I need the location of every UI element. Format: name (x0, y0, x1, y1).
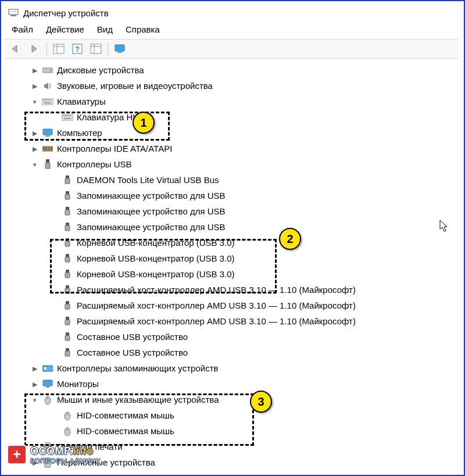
svg-rect-40 (66, 176, 69, 178)
svg-rect-63 (65, 351, 70, 356)
tree-label: Расширяемый хост-контроллер AMD USB 3.10… (77, 282, 356, 298)
tree-label: Мониторы (57, 377, 99, 392)
svg-rect-19 (45, 99, 46, 101)
svg-rect-50 (66, 254, 69, 257)
svg-rect-44 (66, 207, 69, 210)
expand-icon[interactable]: ▶ (30, 455, 40, 470)
svg-rect-41 (65, 178, 70, 184)
menu-help[interactable]: Справка (126, 24, 160, 34)
svg-rect-61 (65, 335, 70, 341)
tree-item-monitors[interactable]: ▶ Мониторы (5, 376, 458, 392)
tree-label: HID-совместимая мышь (77, 424, 174, 439)
expand-icon[interactable]: ▶ (30, 141, 40, 156)
monitor-icon (42, 378, 53, 390)
svg-rect-37 (51, 148, 52, 150)
tree-item-usb[interactable]: Расширяемый хост-контроллер AMD USB 3.10… (5, 313, 458, 329)
forward-icon[interactable] (28, 42, 42, 56)
tree-label: Клавиатуры (57, 94, 106, 109)
tree-item-usb[interactable]: Корневой USB-концентратор (USB 3.0) (5, 235, 458, 250)
tree-item-usb[interactable]: Корневой USB-концентратор (USB 3.0) (5, 266, 458, 282)
svg-text:?: ? (75, 45, 80, 53)
tree-label: Составное USB устройство (77, 345, 188, 360)
tree-item-usb[interactable]: Расширяемый хост-контроллер AMD USB 3.10… (5, 298, 458, 313)
tree-item-mouse[interactable]: HID-совместимая мышь (5, 423, 458, 439)
tree-item-usb[interactable]: Составное USB устройство (5, 345, 458, 360)
svg-rect-66 (43, 380, 52, 386)
usb-icon (62, 269, 73, 280)
svg-rect-1 (10, 15, 16, 16)
keyboard-icon (62, 112, 73, 123)
computer-icon (42, 127, 53, 139)
scan-hardware-icon[interactable] (113, 42, 127, 56)
svg-rect-27 (66, 115, 67, 116)
expand-icon[interactable]: ▶ (30, 439, 40, 454)
tree-item-keyboards[interactable]: ▾ Клавиатуры (5, 94, 458, 109)
svg-rect-78 (46, 459, 49, 464)
tree-item-ide[interactable]: ▶ Контроллеры IDE ATA/ATAPI (5, 141, 458, 156)
svg-rect-32 (45, 135, 50, 137)
tree-item-usb[interactable]: Запоминающее устройство для USB (5, 203, 458, 219)
mouse-icon (62, 410, 73, 421)
collapse-icon[interactable]: ▾ (30, 94, 40, 109)
tree-item-disk-drives[interactable]: ▶ Дисковые устройства (5, 62, 458, 78)
collapse-icon[interactable]: ▾ (30, 392, 40, 407)
menu-view[interactable]: Вид (97, 24, 113, 34)
expand-icon[interactable]: ▶ (30, 78, 40, 94)
svg-rect-24 (62, 114, 73, 121)
device-tree[interactable]: ▶ Дисковые устройства ▶ Звуковые, игровы… (5, 59, 458, 470)
tree-label: Мыши и иные указывающие устройства (57, 392, 219, 407)
expand-icon[interactable]: ▶ (30, 361, 40, 376)
svg-rect-13 (115, 45, 124, 51)
svg-rect-51 (65, 257, 70, 262)
screenshot-frame: Диспетчер устройств Файл Действие Вид Сп… (0, 0, 465, 476)
mouse-icon (42, 394, 53, 406)
svg-rect-60 (66, 332, 69, 335)
usb-icon (62, 190, 73, 202)
tree-item-usb[interactable]: DAEMON Tools Lite Virtual USB Bus (5, 172, 458, 188)
usb-icon (42, 159, 53, 170)
svg-rect-38 (46, 159, 49, 163)
tree-item-usb-controllers[interactable]: ▾ Контроллеры USB (5, 156, 458, 172)
tree-label: Контроллеры запоминающих устройств (57, 361, 218, 376)
collapse-icon[interactable]: ▾ (30, 157, 40, 172)
tree-item-usb[interactable]: Расширяемый хост-контроллер AMD USB 3.10… (5, 282, 458, 298)
speaker-icon (42, 80, 53, 92)
svg-rect-43 (65, 194, 70, 199)
tree-item-mice[interactable]: ▾ Мыши и иные указывающие устройства (5, 392, 458, 407)
tree-item-usb[interactable]: Запоминающее устройство для USB (5, 188, 458, 203)
expand-icon[interactable]: ▶ (30, 377, 40, 392)
tree-item-usb[interactable]: Составное USB устройство (5, 329, 458, 345)
tree-item-usb[interactable]: Запоминающее устройство для USB (5, 219, 458, 235)
properties-icon[interactable] (89, 42, 103, 56)
tree-item-print-queues[interactable]: ▶ Очереди печати (5, 439, 458, 454)
tree-item-computer[interactable]: ▶ Компьютер (5, 125, 458, 141)
tree-item-keyboard-hid[interactable]: Клавиатура HID (5, 109, 458, 125)
svg-rect-14 (117, 52, 122, 53)
help-icon[interactable]: ? (70, 42, 84, 56)
svg-rect-34 (44, 148, 45, 150)
tree-label: Расширяемый хост-контроллер AMD USB 3.10… (77, 298, 356, 313)
svg-rect-52 (66, 270, 69, 273)
expand-icon[interactable]: ▶ (30, 126, 40, 141)
svg-rect-46 (66, 223, 69, 226)
toolbar: ? (5, 39, 458, 59)
show-hide-tree-icon[interactable] (52, 42, 66, 56)
svg-rect-31 (43, 129, 52, 135)
svg-rect-45 (65, 210, 70, 215)
menu-action[interactable]: Действие (46, 24, 84, 34)
tree-label: Запоминающее устройство для USB (77, 220, 226, 235)
tree-item-portable[interactable]: ▶ Переносные устройства (5, 454, 458, 470)
tree-label: Составное USB устройство (77, 330, 188, 345)
tree-item-audio[interactable]: ▶ Звуковые, игровые и видеоустройства (5, 78, 458, 94)
tree-item-storage-controllers[interactable]: ▶ Контроллеры запоминающих устройств (5, 360, 458, 376)
tree-label: Запоминающее устройство для USB (77, 188, 226, 203)
svg-rect-15 (42, 68, 53, 73)
tree-item-usb[interactable]: Корневой USB-концентратор (USB 3.0) (5, 250, 458, 266)
usb-icon (62, 206, 73, 217)
back-icon[interactable] (9, 42, 23, 56)
svg-rect-17 (42, 98, 53, 105)
tree-item-mouse[interactable]: HID-совместимая мышь (5, 407, 458, 423)
menu-file[interactable]: Файл (12, 24, 33, 34)
expand-icon[interactable]: ▶ (30, 63, 40, 78)
svg-rect-47 (65, 226, 70, 231)
